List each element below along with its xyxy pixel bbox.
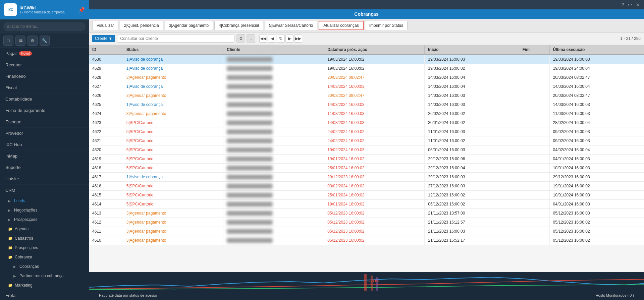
cell-id: 4617 [89,173,123,182]
filter-dropdown[interactable]: Cliente ▼ [92,35,115,42]
prev-page-btn[interactable]: ◀ [268,35,276,43]
sidebar-item-marketing[interactable]: 📁 Marketing [0,281,89,290]
sidebar-item-agenda[interactable]: 📁 Agenda [0,224,89,234]
cell-status: 5|SPC/Cartório [123,127,223,136]
page-icon-btn[interactable]: □ [3,36,13,46]
sidebar-item-pagar[interactable]: Pagar Novo! [0,48,89,59]
cell-id: 4613 [89,209,123,218]
sidebar-item-provedor[interactable]: Provedor [0,128,89,139]
statusbar-right: Hosts Monitorados ( 0 ) [596,293,641,297]
cell-cliente: ████████████████ [223,200,324,209]
tab-quest-pendencia[interactable]: 2|Quest. pendência [120,21,163,30]
refresh-btn[interactable]: ↻ [277,35,285,43]
table-row[interactable]: 4630 1|Aviso de cobrança ███████████████… [89,55,644,64]
table-row[interactable]: 4621 5|SPC/Cartório ████████████████ 24/… [89,136,644,145]
cell-id: 4614 [89,200,123,209]
tab-visualizar[interactable]: Visualizar [92,21,118,30]
tab-atualizar-cobranças[interactable]: Atualizar cobranças [319,21,363,30]
sidebar-item-receber[interactable]: Receber [0,59,89,71]
table-row[interactable]: 4615 5|SPC/Cartório ████████████████ 25/… [89,191,644,200]
table-row[interactable]: 4618 5|SPC/Cartório ████████████████ 25/… [89,164,644,173]
sidebar-item-financeiro[interactable]: Financeiro [0,71,89,82]
table-row[interactable]: 4619 5|SPC/Cartório ████████████████ 19/… [89,155,644,164]
sidebar-item-negociacoes[interactable]: ▶ Negociações [0,205,89,215]
sidebar-item-cobranca[interactable]: 📁 Cobrança [0,252,89,262]
table-row[interactable]: 4616 5|SPC/Cartório ████████████████ 03/… [89,182,644,191]
cell-fim [519,218,549,227]
cell-fim [519,191,549,200]
cell-cliente: ████████████████ [223,209,324,218]
svg-text:-3.11%: -3.11% [369,279,379,283]
cell-inicio: 06/12/2023 16:00:02 [425,200,519,209]
filter-download-icon[interactable]: ↓ [247,34,255,43]
sidebar-item-fiscal[interactable]: Fiscal [0,82,89,94]
sidebar-item-cadastros[interactable]: 📁 Cadastros [0,234,89,243]
col-id: ID [89,45,123,55]
sidebar-item-parametros[interactable]: ▶ Parâmetros da cobrança [0,271,89,281]
table-row[interactable]: 4624 3|Agendar pagamento ███████████████… [89,109,644,118]
sidebar-item-crm[interactable]: CRM [0,185,89,196]
tab-agendar-pagamento[interactable]: 3|Agendar pagamento [165,21,213,30]
sidebar-item-suporte[interactable]: Suporte [0,162,89,173]
sidebar-item-inmap[interactable]: InMap [0,151,89,162]
table-row[interactable]: 4629 1|Aviso de cobrança ███████████████… [89,64,644,73]
sidebar-item-frota[interactable]: Frota [0,290,89,300]
cell-status: 1|Aviso de cobrança [123,100,223,109]
restore-icon[interactable]: ↩ [628,2,632,7]
filter-settings-icon[interactable]: ⚙ [236,34,245,43]
sidebar-item-leads[interactable]: ▶ Leads [0,196,89,205]
wrench-btn[interactable]: 🔧 [40,36,50,46]
table-row[interactable]: 4614 5|SPC/Cartório ████████████████ 19/… [89,200,644,209]
table-row[interactable]: 4611 3|Agendar pagamento ███████████████… [89,227,644,236]
sidebar-item-estoque[interactable]: Estoque [0,116,89,128]
cell-ultima: 05/12/2023 16:00:02 [549,227,644,236]
cell-ultima: 14/03/2024 16:00:04 [549,82,644,91]
first-page-btn[interactable]: ◀◀ [259,35,267,43]
last-page-btn[interactable]: ▶▶ [294,35,302,43]
sidebar-item-prospeccoes-arrow[interactable]: ▶ Prospecções [0,215,89,224]
cell-cliente: ████████████████ [223,227,324,236]
filter-input[interactable] [117,35,234,43]
tab-imprimir-status[interactable]: Imprimir por Status [365,21,408,30]
cell-id: 4623 [89,118,123,127]
cell-status: 3|Agendar pagamento [123,227,223,236]
sidebar-item-folha[interactable]: Folha de pagamento [0,105,89,116]
cell-data-acao: 19/03/2024 16:00:02 [324,55,425,64]
sidebar-item-prospeccoes-folder[interactable]: 📁 Prospecções [0,243,89,252]
table-row[interactable]: 4617 1|Aviso de cobrança ███████████████… [89,173,644,182]
cell-inicio: 14/03/2024 16:00:04 [425,73,519,82]
sidebar-item-contabilidade[interactable]: Contabilidade [0,94,89,105]
table-row[interactable]: 4622 5|SPC/Cartório ████████████████ 24/… [89,127,644,136]
cell-id: 4611 [89,227,123,236]
sidebar-item-hotsite[interactable]: Hotsite [0,173,89,185]
cell-cliente: ████████████████ [223,73,324,82]
cell-fim [519,209,549,218]
cell-status: 3|Agendar pagamento [123,236,223,245]
tab-cobranca-presencial[interactable]: 4|Cobrança presencial [214,21,263,30]
cell-ultima: 19/01/2024 16:00:02 [549,182,644,191]
pin-icon[interactable]: 📌 [78,7,85,13]
sidebar-item-ixchub[interactable]: IXC Hub [0,139,89,151]
sidebar-item-cobranças[interactable]: ▶ Cobranças [0,262,89,271]
statusbar-left: Pago até data por status de acesso [92,293,589,297]
help-icon[interactable]: ? [621,2,624,7]
table-row[interactable]: 4612 3|Agendar pagamento ███████████████… [89,218,644,227]
cell-data-acao: 19/01/2024 16:00:02 [324,155,425,164]
close-icon[interactable]: ✕ [636,2,640,7]
cell-inicio: 11/01/2024 16:00:02 [425,136,519,145]
table-row[interactable]: 4627 1|Aviso de cobrança ███████████████… [89,82,644,91]
settings-btn[interactable]: ⚙ [28,36,38,46]
next-page-btn[interactable]: ▶ [285,35,293,43]
table-row[interactable]: 4628 3|Agendar pagamento ███████████████… [89,73,644,82]
col-status: Status [123,45,223,55]
data-table-container[interactable]: ID Status Cliente Data/hora próx. ação I… [89,45,644,272]
table-row[interactable]: 4626 3|Agendar pagamento ███████████████… [89,91,644,100]
table-row[interactable]: 4610 3|Agendar pagamento ███████████████… [89,236,644,245]
tab-enviar-serasa[interactable]: 5|Enviar Serasa/Cartório [265,21,317,30]
print-btn[interactable]: 🖶 [15,36,25,46]
search-input[interactable] [3,22,86,31]
table-row[interactable]: 4613 3|Agendar pagamento ███████████████… [89,209,644,218]
table-row[interactable]: 4625 1|Aviso de cobrança ███████████████… [89,100,644,109]
table-row[interactable]: 4623 5|SPC/Cartório ████████████████ 14/… [89,118,644,127]
table-row[interactable]: 4620 5|SPC/Cartório ████████████████ 19/… [89,145,644,155]
